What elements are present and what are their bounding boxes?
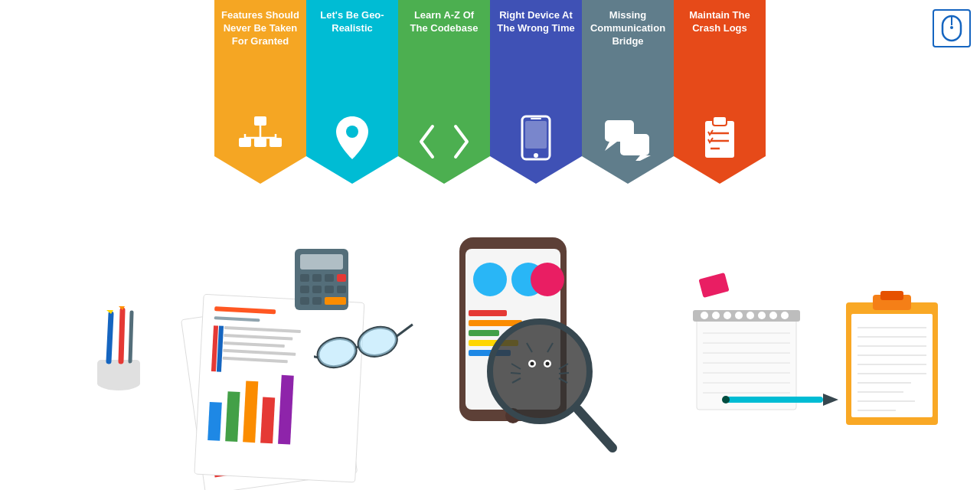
- svg-point-114: [781, 312, 789, 319]
- banner-features-text: Features Should Never Be Taken For Grant…: [220, 9, 300, 48]
- banner-device[interactable]: Right Device At The Wrong Time: [490, 0, 582, 184]
- svg-rect-6: [270, 138, 282, 147]
- svg-rect-58: [300, 254, 343, 270]
- chat-icon: [603, 119, 653, 161]
- clipboard-list-icon: [701, 115, 739, 161]
- banner-communication-text: Missing Communication Bridge: [588, 9, 668, 48]
- svg-rect-65: [325, 286, 334, 293]
- svg-rect-61: [325, 274, 334, 282]
- svg-rect-67: [300, 297, 309, 305]
- eraser: [698, 273, 729, 298]
- svg-point-109: [724, 312, 731, 319]
- svg-rect-69: [325, 297, 346, 305]
- svg-rect-63: [300, 286, 309, 293]
- banner-communication[interactable]: Missing Communication Bridge: [582, 0, 674, 184]
- svg-rect-68: [312, 297, 322, 305]
- mobile-icon: [521, 115, 551, 161]
- svg-rect-82: [469, 310, 507, 316]
- svg-line-101: [559, 373, 569, 374]
- glasses: [314, 322, 406, 368]
- svg-point-14: [534, 153, 538, 158]
- calculator: [291, 245, 352, 306]
- svg-rect-66: [337, 286, 346, 293]
- location-icon: [333, 115, 371, 161]
- pen-right: [720, 390, 812, 413]
- svg-rect-3: [254, 116, 266, 126]
- svg-rect-4: [239, 138, 251, 147]
- svg-line-103: [578, 410, 612, 448]
- svg-point-107: [701, 312, 708, 319]
- svg-point-94: [546, 362, 550, 366]
- svg-line-74: [355, 347, 359, 348]
- svg-rect-46: [225, 391, 240, 442]
- svg-rect-84: [469, 330, 499, 336]
- illustration-area: [0, 222, 980, 490]
- svg-point-2: [950, 26, 953, 29]
- svg-rect-21: [713, 116, 727, 126]
- svg-rect-13: [525, 121, 547, 149]
- svg-rect-60: [312, 274, 322, 282]
- svg-line-98: [511, 373, 521, 374]
- clipboard-right: [842, 291, 934, 421]
- svg-rect-127: [880, 291, 903, 300]
- svg-rect-59: [300, 274, 309, 282]
- mouse-icon-box: [933, 9, 971, 47]
- svg-point-79: [473, 263, 507, 296]
- banner-geo-text: Let's Be Geo-Realistic: [312, 9, 392, 35]
- svg-rect-45: [207, 402, 222, 441]
- banner-geo[interactable]: Let's Be Geo-Realistic: [306, 0, 398, 184]
- svg-point-112: [758, 312, 766, 319]
- svg-line-32: [130, 312, 132, 361]
- banner-features[interactable]: Features Should Never Be Taken For Grant…: [214, 0, 306, 184]
- banner-crash[interactable]: Maintain The Crash Logs: [674, 0, 766, 184]
- svg-marker-17: [605, 142, 617, 151]
- svg-line-30: [121, 310, 122, 361]
- banners-container: Features Should Never Be Taken For Grant…: [203, 0, 777, 184]
- svg-point-113: [769, 312, 777, 319]
- svg-rect-62: [337, 274, 346, 282]
- pencil-cup: [84, 299, 153, 398]
- svg-rect-18: [620, 134, 649, 155]
- svg-line-28: [109, 314, 111, 361]
- svg-rect-20: [705, 121, 734, 158]
- svg-marker-123: [823, 394, 838, 406]
- svg-rect-27: [97, 360, 140, 387]
- documents-pile: [176, 283, 390, 482]
- phone-magnifier: [429, 230, 643, 444]
- hierarchy-icon: [237, 115, 283, 161]
- svg-rect-122: [724, 397, 823, 403]
- svg-point-81: [531, 263, 564, 296]
- svg-point-11: [346, 126, 358, 138]
- banner-crash-text: Maintain The Crash Logs: [680, 9, 760, 35]
- svg-rect-5: [254, 138, 266, 147]
- svg-marker-19: [632, 155, 651, 161]
- svg-point-71: [315, 335, 359, 371]
- svg-point-93: [531, 362, 534, 366]
- svg-point-124: [722, 396, 730, 403]
- banner-codebase[interactable]: Learn A-Z Of The Codebase: [398, 0, 490, 184]
- code-icon: [417, 122, 471, 161]
- svg-line-76: [394, 325, 415, 337]
- svg-point-73: [355, 323, 400, 360]
- svg-point-108: [712, 312, 720, 319]
- svg-rect-64: [312, 286, 322, 293]
- svg-rect-48: [260, 397, 275, 444]
- svg-point-110: [735, 312, 743, 319]
- mouse-icon: [941, 15, 962, 42]
- banner-device-text: Right Device At The Wrong Time: [496, 9, 576, 35]
- banner-codebase-text: Learn A-Z Of The Codebase: [404, 9, 484, 35]
- svg-point-111: [746, 312, 754, 319]
